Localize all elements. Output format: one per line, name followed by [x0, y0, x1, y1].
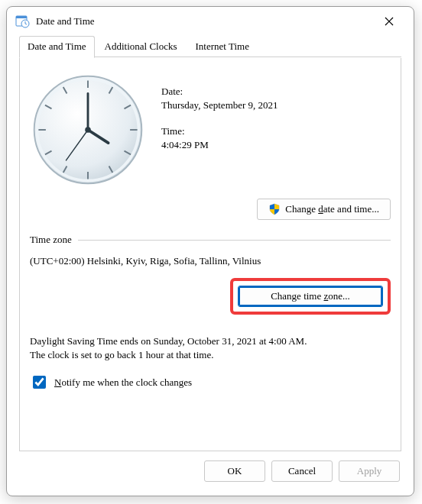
cancel-button[interactable]: Cancel — [271, 460, 333, 482]
app-icon — [15, 14, 30, 29]
date-value: Thursday, September 9, 2021 — [161, 99, 391, 111]
tab-internet-time[interactable]: Internet Time — [187, 36, 258, 58]
dst-info: Daylight Saving Time ends on Sunday, Oct… — [30, 334, 391, 361]
close-button[interactable] — [372, 10, 406, 33]
uac-shield-icon — [268, 203, 281, 215]
divider — [78, 240, 391, 241]
timezone-legend: Time zone — [30, 234, 72, 246]
tab-additional-clocks[interactable]: Additional Clocks — [96, 36, 186, 58]
change-date-time-button[interactable]: Change date and time... — [257, 199, 391, 220]
timezone-value: (UTC+02:00) Helsinki, Kyiv, Riga, Sofia,… — [30, 255, 391, 267]
dst-line2: The clock is set to go back 1 hour at th… — [30, 349, 213, 360]
titlebar: Date and Time — [7, 7, 414, 36]
window-title: Date and Time — [36, 15, 372, 27]
svg-rect-1 — [16, 16, 27, 18]
dialog-footer: OK Cancel Apply — [7, 451, 414, 496]
dst-line1: Daylight Saving Time ends on Sunday, Oct… — [30, 335, 307, 347]
notify-checkbox[interactable] — [33, 376, 46, 389]
date-and-time-dialog: Date and Time Date and Time Additional C… — [6, 6, 414, 496]
close-icon — [385, 17, 394, 26]
apply-button[interactable]: Apply — [339, 460, 400, 482]
svg-point-21 — [85, 127, 91, 133]
timezone-group-header: Time zone — [30, 234, 391, 246]
tab-panel: Date: Thursday, September 9, 2021 Time: … — [19, 58, 401, 451]
time-value: 4:04:29 PM — [161, 139, 391, 151]
tab-strip: Date and Time Additional Clocks Internet… — [7, 36, 414, 58]
annotation-highlight: Change time zone... — [230, 278, 391, 315]
notify-label[interactable]: Notify me when the clock changes — [54, 376, 192, 389]
analog-clock — [30, 72, 146, 188]
tab-date-and-time[interactable]: Date and Time — [19, 36, 95, 58]
ok-button[interactable]: OK — [204, 460, 265, 482]
change-time-zone-button[interactable]: Change time zone... — [238, 286, 383, 307]
time-label: Time: — [161, 125, 391, 137]
date-label: Date: — [161, 86, 391, 98]
